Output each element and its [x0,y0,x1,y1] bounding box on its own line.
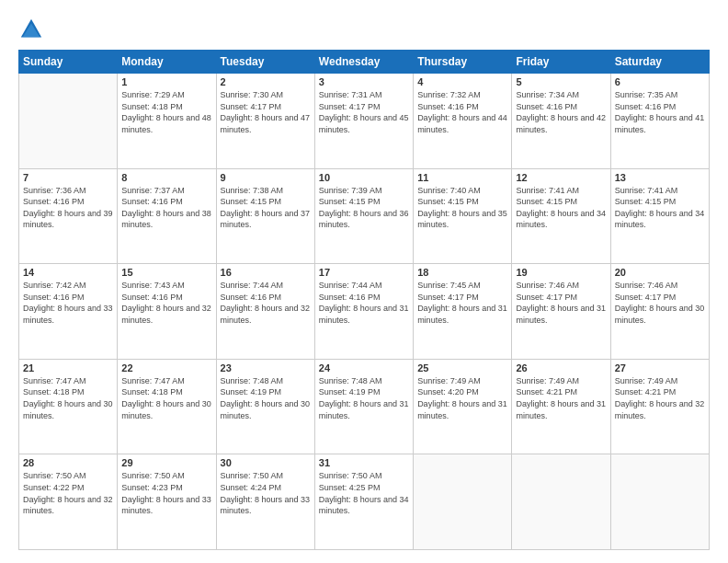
weekday-saturday: Saturday [610,51,709,74]
day-cell: 29Sunrise: 7:50 AMSunset: 4:23 PMDayligh… [118,454,216,550]
day-number: 26 [516,362,606,373]
day-cell: 14Sunrise: 7:42 AMSunset: 4:16 PMDayligh… [19,264,118,360]
day-info: Sunrise: 7:42 AMSunset: 4:16 PMDaylight:… [23,280,113,326]
week-row-2: 14Sunrise: 7:42 AMSunset: 4:16 PMDayligh… [19,264,710,360]
header [18,17,710,42]
day-number: 19 [516,267,606,278]
day-cell: 22Sunrise: 7:47 AMSunset: 4:18 PMDayligh… [118,359,216,454]
weekday-friday: Friday [512,51,610,74]
weekday-sunday: Sunday [19,51,118,74]
day-cell [19,74,118,169]
day-number: 25 [417,362,507,373]
day-info: Sunrise: 7:29 AMSunset: 4:18 PMDaylight:… [121,89,211,135]
day-number: 24 [319,362,409,373]
day-number: 4 [417,76,507,87]
page: SundayMondayTuesdayWednesdayThursdayFrid… [0,0,728,563]
day-cell: 18Sunrise: 7:45 AMSunset: 4:17 PMDayligh… [414,264,512,360]
week-row-4: 28Sunrise: 7:50 AMSunset: 4:22 PMDayligh… [19,454,710,550]
day-number: 22 [121,362,211,373]
day-info: Sunrise: 7:49 AMSunset: 4:21 PMDaylight:… [615,375,705,421]
day-cell: 4Sunrise: 7:32 AMSunset: 4:16 PMDaylight… [414,74,512,169]
day-info: Sunrise: 7:48 AMSunset: 4:19 PMDaylight:… [319,375,409,421]
day-cell: 24Sunrise: 7:48 AMSunset: 4:19 PMDayligh… [314,359,413,454]
day-info: Sunrise: 7:36 AMSunset: 4:16 PMDaylight:… [23,185,113,231]
day-number: 31 [319,457,409,468]
day-number: 18 [417,267,507,278]
day-cell: 17Sunrise: 7:44 AMSunset: 4:16 PMDayligh… [314,264,413,360]
day-number: 17 [319,267,409,278]
day-cell: 26Sunrise: 7:49 AMSunset: 4:21 PMDayligh… [512,359,610,454]
day-info: Sunrise: 7:45 AMSunset: 4:17 PMDaylight:… [417,280,507,326]
day-number: 6 [615,76,705,87]
day-cell: 13Sunrise: 7:41 AMSunset: 4:15 PMDayligh… [610,168,709,264]
day-info: Sunrise: 7:44 AMSunset: 4:16 PMDaylight:… [221,280,311,326]
week-row-1: 7Sunrise: 7:36 AMSunset: 4:16 PMDaylight… [19,168,710,264]
day-number: 1 [121,76,211,87]
day-cell: 31Sunrise: 7:50 AMSunset: 4:25 PMDayligh… [314,454,413,550]
day-info: Sunrise: 7:40 AMSunset: 4:15 PMDaylight:… [417,185,507,231]
day-cell: 25Sunrise: 7:49 AMSunset: 4:20 PMDayligh… [414,359,512,454]
day-number: 12 [516,172,606,183]
day-info: Sunrise: 7:50 AMSunset: 4:23 PMDaylight:… [121,470,211,516]
day-cell: 19Sunrise: 7:46 AMSunset: 4:17 PMDayligh… [512,264,610,360]
day-cell [512,454,610,550]
day-info: Sunrise: 7:49 AMSunset: 4:20 PMDaylight:… [417,375,507,421]
day-cell: 6Sunrise: 7:35 AMSunset: 4:16 PMDaylight… [610,74,709,169]
day-info: Sunrise: 7:43 AMSunset: 4:16 PMDaylight:… [121,280,211,326]
day-info: Sunrise: 7:50 AMSunset: 4:24 PMDaylight:… [221,470,311,516]
day-info: Sunrise: 7:49 AMSunset: 4:21 PMDaylight:… [516,375,606,421]
weekday-monday: Monday [118,51,216,74]
day-number: 14 [23,267,113,278]
day-cell: 23Sunrise: 7:48 AMSunset: 4:19 PMDayligh… [216,359,314,454]
day-info: Sunrise: 7:39 AMSunset: 4:15 PMDaylight:… [319,185,409,231]
day-info: Sunrise: 7:50 AMSunset: 4:22 PMDaylight:… [23,470,113,516]
week-row-3: 21Sunrise: 7:47 AMSunset: 4:18 PMDayligh… [19,359,710,454]
day-number: 29 [121,457,211,468]
day-cell: 10Sunrise: 7:39 AMSunset: 4:15 PMDayligh… [314,168,413,264]
day-cell: 16Sunrise: 7:44 AMSunset: 4:16 PMDayligh… [216,264,314,360]
day-number: 3 [319,76,409,87]
day-cell: 30Sunrise: 7:50 AMSunset: 4:24 PMDayligh… [216,454,314,550]
day-number: 13 [615,172,705,183]
day-number: 5 [516,76,606,87]
weekday-thursday: Thursday [414,51,512,74]
day-info: Sunrise: 7:47 AMSunset: 4:18 PMDaylight:… [121,375,211,421]
day-number: 16 [221,267,311,278]
day-number: 20 [615,267,705,278]
day-info: Sunrise: 7:47 AMSunset: 4:18 PMDaylight:… [23,375,113,421]
day-number: 15 [121,267,211,278]
day-info: Sunrise: 7:38 AMSunset: 4:15 PMDaylight:… [221,185,311,231]
day-number: 9 [221,172,311,183]
day-number: 11 [417,172,507,183]
day-number: 23 [221,362,311,373]
day-number: 30 [221,457,311,468]
day-cell [414,454,512,550]
day-cell: 28Sunrise: 7:50 AMSunset: 4:22 PMDayligh… [19,454,118,550]
day-number: 8 [121,172,211,183]
logo-icon [18,17,44,42]
day-number: 28 [23,457,113,468]
day-cell [610,454,709,550]
day-cell: 27Sunrise: 7:49 AMSunset: 4:21 PMDayligh… [610,359,709,454]
day-cell: 1Sunrise: 7:29 AMSunset: 4:18 PMDaylight… [118,74,216,169]
day-info: Sunrise: 7:44 AMSunset: 4:16 PMDaylight:… [319,280,409,326]
weekday-wednesday: Wednesday [314,51,413,74]
day-cell: 5Sunrise: 7:34 AMSunset: 4:16 PMDaylight… [512,74,610,169]
day-number: 2 [221,76,311,87]
logo [18,17,48,42]
day-info: Sunrise: 7:31 AMSunset: 4:17 PMDaylight:… [319,89,409,135]
day-info: Sunrise: 7:46 AMSunset: 4:17 PMDaylight:… [516,280,606,326]
day-cell: 21Sunrise: 7:47 AMSunset: 4:18 PMDayligh… [19,359,118,454]
calendar: SundayMondayTuesdayWednesdayThursdayFrid… [18,50,710,550]
day-info: Sunrise: 7:46 AMSunset: 4:17 PMDaylight:… [615,280,705,326]
day-cell: 15Sunrise: 7:43 AMSunset: 4:16 PMDayligh… [118,264,216,360]
day-number: 27 [615,362,705,373]
day-number: 10 [319,172,409,183]
day-info: Sunrise: 7:50 AMSunset: 4:25 PMDaylight:… [319,470,409,516]
day-cell: 7Sunrise: 7:36 AMSunset: 4:16 PMDaylight… [19,168,118,264]
day-number: 7 [23,172,113,183]
day-cell: 2Sunrise: 7:30 AMSunset: 4:17 PMDaylight… [216,74,314,169]
day-info: Sunrise: 7:34 AMSunset: 4:16 PMDaylight:… [516,89,606,135]
weekday-header-row: SundayMondayTuesdayWednesdayThursdayFrid… [19,51,710,74]
week-row-0: 1Sunrise: 7:29 AMSunset: 4:18 PMDaylight… [19,74,710,169]
